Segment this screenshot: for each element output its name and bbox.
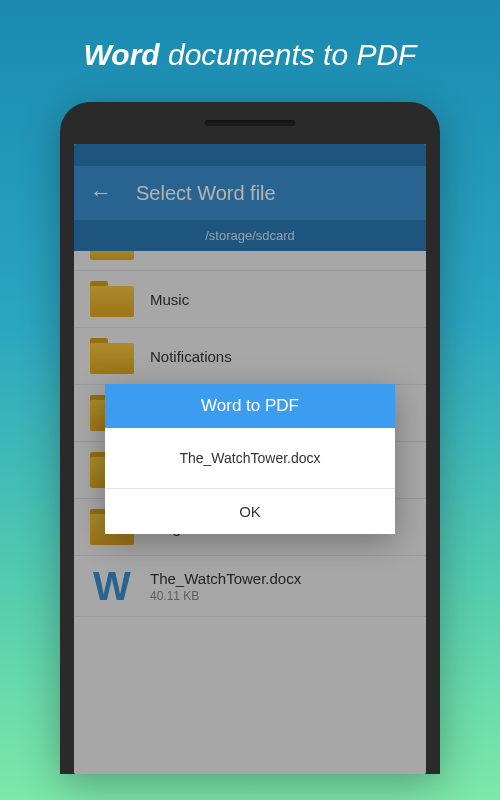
app-screen: ← Select Word file /storage/sdcard Music… <box>74 144 426 774</box>
phone-frame: ← Select Word file /storage/sdcard Music… <box>60 102 440 774</box>
headline-bold: Word <box>84 38 160 71</box>
dialog-title: Word to PDF <box>105 384 395 428</box>
ok-button[interactable]: OK <box>105 489 395 534</box>
phone-speaker <box>205 120 295 126</box>
headline-rest: documents to PDF <box>160 38 417 71</box>
dialog-filename: The_WatchTower.docx <box>105 428 395 489</box>
modal-overlay[interactable]: Word to PDF The_WatchTower.docx OK <box>74 144 426 774</box>
convert-dialog: Word to PDF The_WatchTower.docx OK <box>105 384 395 534</box>
promo-headline: Word documents to PDF <box>0 0 500 102</box>
